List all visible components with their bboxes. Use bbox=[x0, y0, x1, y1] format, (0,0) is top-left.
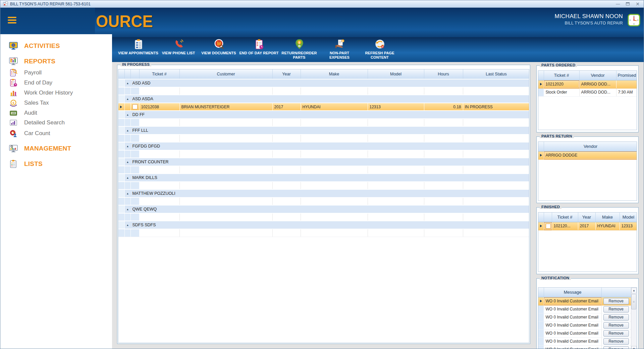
remove-button[interactable]: Remove bbox=[603, 298, 629, 304]
empty-row bbox=[118, 197, 529, 205]
group-header-row[interactable]: ▲FFF LLL bbox=[118, 126, 529, 134]
remove-button[interactable]: Remove bbox=[603, 306, 629, 312]
column-header-customer[interactable]: Customer bbox=[179, 69, 272, 79]
column-header-model[interactable]: Model bbox=[368, 69, 424, 79]
work-order-row[interactable]: 10212038BRIAN MUNSTERTEIGER2017HYUNDAI12… bbox=[118, 103, 529, 111]
sidebar-item-work-order-history[interactable]: Work Order History bbox=[8, 88, 73, 98]
close-button[interactable]: ✕ bbox=[636, 2, 640, 6]
column-header-ticket-[interactable]: Ticket # bbox=[552, 213, 578, 222]
finished-panel: FINISHED Ticket #YearMakeModel102120...2… bbox=[536, 207, 639, 274]
sidebar-item-label: Payroll bbox=[24, 69, 42, 76]
column-header-message[interactable]: Message bbox=[544, 288, 601, 297]
sidebar-item-activities[interactable]: ACTIVITIES bbox=[8, 41, 60, 51]
notification-scrollbar[interactable]: ▲ ≡ ▼ bbox=[631, 288, 637, 349]
parts-ordered-row[interactable]: Stock OrderARRIGO DOD...7:30 AM bbox=[538, 88, 637, 96]
notification-row[interactable]: WO 0 Invalid Customer EmailRemove bbox=[538, 305, 631, 313]
table-cell bbox=[463, 213, 529, 221]
sidebar-item-lists[interactable]: LISTS bbox=[8, 159, 43, 169]
remove-button[interactable]: Remove bbox=[603, 346, 629, 349]
column-header-ticket-[interactable]: Ticket # bbox=[544, 71, 579, 80]
view-phone-list-button[interactable]: VIEW PHONE LIST bbox=[158, 38, 199, 61]
notification-row[interactable]: WO 0 Invalid Customer EmailRemove bbox=[538, 313, 631, 321]
row-indicator-cell bbox=[538, 88, 544, 96]
column-header-last-status[interactable]: Last Status bbox=[463, 69, 529, 79]
notification-row[interactable]: WO 0 Invalid Customer EmailRemove bbox=[538, 337, 631, 345]
collapse-icon[interactable]: ▲ bbox=[126, 161, 129, 164]
collapse-icon[interactable]: ▲ bbox=[126, 208, 129, 211]
group-header-row[interactable]: ▲ASD ASD bbox=[118, 79, 529, 87]
view-appointments-button[interactable]: VIEW APPOINTMENTS bbox=[118, 38, 158, 61]
cell-ticket: Stock Order bbox=[544, 88, 579, 96]
view-documents-button[interactable]: VIEW DOCUMENTS bbox=[199, 38, 239, 61]
collapse-icon[interactable]: ▲ bbox=[126, 192, 129, 195]
empty-row bbox=[118, 87, 529, 95]
sidebar-item-management[interactable]: MANAGEMENT bbox=[8, 143, 71, 154]
sidebar-item-detailed-search[interactable]: Detailed Search bbox=[8, 118, 65, 128]
maximize-button[interactable] bbox=[626, 2, 630, 5]
cell-vendor: ARRIGO DOD... bbox=[579, 88, 616, 96]
scroll-down-icon[interactable]: ▼ bbox=[631, 346, 637, 349]
column-header-hours[interactable]: Hours bbox=[424, 69, 463, 79]
collapse-icon[interactable]: ▲ bbox=[126, 82, 129, 85]
sidebar-item-reports[interactable]: REPORTS bbox=[8, 56, 55, 66]
remove-button[interactable]: Remove bbox=[603, 314, 629, 321]
column-header-year[interactable]: Year bbox=[578, 213, 595, 222]
column-header-model[interactable]: Model bbox=[620, 213, 637, 222]
column-header-promised-t-[interactable]: Promised T... bbox=[616, 71, 637, 80]
group-header-row[interactable]: ▲SDFS SDFS bbox=[118, 221, 529, 229]
time-clock-icon[interactable] bbox=[628, 14, 640, 26]
notification-row[interactable]: WO 0 Invalid Customer EmailRemove bbox=[538, 345, 631, 349]
collapse-icon[interactable]: ▲ bbox=[126, 145, 129, 148]
row-checkbox[interactable] bbox=[132, 104, 138, 109]
management-icon bbox=[8, 143, 18, 154]
notification-row[interactable]: WO 0 Invalid Customer EmailRemove bbox=[538, 329, 631, 337]
column-header-vendor[interactable]: Vendor bbox=[544, 142, 637, 151]
sidebar-item-end-of-day[interactable]: End of Day bbox=[8, 78, 52, 88]
notification-row[interactable]: WO 0 Invalid Customer EmailRemove bbox=[538, 297, 631, 305]
refresh-page-content-button[interactable]: REFRESH PAGE CONTENT bbox=[360, 38, 400, 61]
remove-button[interactable]: Remove bbox=[603, 330, 629, 337]
collapse-icon[interactable]: ▲ bbox=[126, 176, 129, 179]
row-checkbox-cell bbox=[130, 197, 139, 205]
column-header-make[interactable]: Make bbox=[595, 213, 620, 222]
group-header-row[interactable]: ▲DD FF bbox=[118, 111, 529, 119]
group-header-row[interactable]: ▲FRONT COUNTER bbox=[118, 158, 529, 166]
grid-header-row: Ticket #YearMakeModel bbox=[538, 213, 637, 222]
scrollbar-track[interactable]: ≡ bbox=[631, 293, 637, 346]
column-header-make[interactable]: Make bbox=[301, 69, 368, 79]
group-header-row[interactable]: ▲MARK DILLS bbox=[118, 174, 529, 182]
column-header-ticket-[interactable]: Ticket # bbox=[139, 69, 179, 79]
group-header-row[interactable]: ▲ASD ASDA bbox=[118, 95, 529, 103]
hamburger-menu-icon[interactable] bbox=[8, 17, 16, 25]
remove-button[interactable]: Remove bbox=[603, 322, 629, 329]
sidebar-item-payroll[interactable]: Payroll bbox=[8, 68, 42, 78]
finished-row[interactable]: 102120...2017HYUNDAI12313 bbox=[538, 222, 637, 230]
table-cell bbox=[272, 213, 301, 221]
group-indicator-cell bbox=[118, 158, 124, 166]
non-part-expenses-button[interactable]: $ NON-PART EXPENSES bbox=[319, 38, 360, 61]
sidebar-item-audit[interactable]: 100 Audit bbox=[8, 108, 37, 118]
sidebar-item-sales-tax[interactable]: $ Sales Tax bbox=[8, 98, 49, 108]
group-header-row[interactable]: ▲FGFDG DFGD bbox=[118, 142, 529, 150]
sidebar-item-car-count[interactable]: Car Count bbox=[8, 128, 50, 138]
minimize-button[interactable]: — bbox=[616, 2, 620, 6]
group-header-row[interactable]: ▲MATTHEW POZZUOLI bbox=[118, 189, 529, 197]
column-header-vendor[interactable]: Vendor bbox=[579, 71, 616, 80]
group-header-row[interactable]: ▲QWE QEWQ bbox=[118, 205, 529, 213]
parts-ordered-row[interactable]: 10212020ARRIGO DOD... bbox=[538, 80, 637, 88]
collapse-icon[interactable]: ▲ bbox=[126, 224, 129, 227]
scroll-up-icon[interactable]: ▲ bbox=[631, 288, 637, 293]
column-header-year[interactable]: Year bbox=[272, 69, 301, 79]
user-company: BILL TYSON'S AUTO REPAIR bbox=[555, 21, 623, 25]
end-of-day-report-button[interactable]: END OF DAY REPORT bbox=[239, 38, 279, 61]
collapse-icon[interactable]: ▲ bbox=[126, 113, 129, 116]
collapse-icon[interactable]: ▲ bbox=[126, 129, 129, 132]
notification-row[interactable]: WO 0 Invalid Customer EmailRemove bbox=[538, 321, 631, 329]
parts-return-row[interactable]: ARRIGO DODGE bbox=[538, 151, 637, 159]
return-reorder-parts-button[interactable]: $ RETURN/REORDER PARTS bbox=[279, 38, 319, 61]
row-checkbox[interactable] bbox=[546, 224, 551, 229]
remove-button[interactable]: Remove bbox=[603, 338, 629, 345]
scrollbar-thumb[interactable]: ≡ bbox=[631, 294, 636, 309]
collapse-icon[interactable]: ▲ bbox=[126, 98, 129, 101]
svg-text:$: $ bbox=[342, 40, 343, 43]
